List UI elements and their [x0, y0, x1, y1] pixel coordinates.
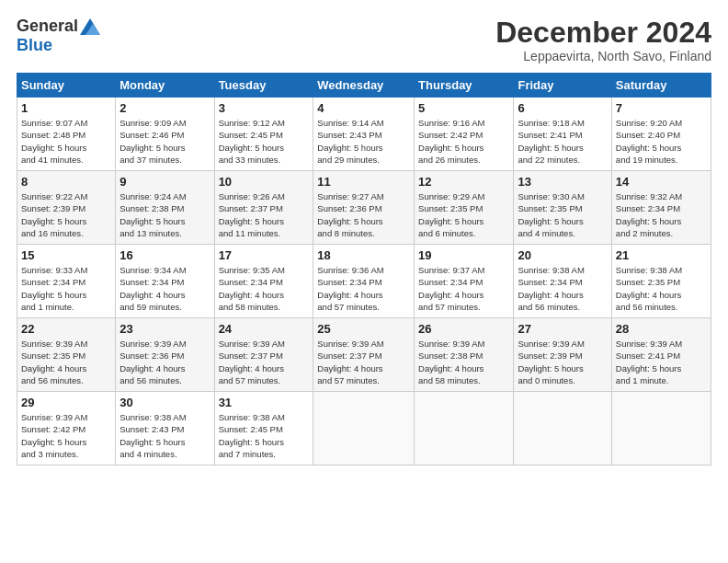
page-header: General Blue December 2024 Leppaevirta, …: [17, 17, 711, 63]
day-info: Sunrise: 9:39 AM Sunset: 2:37 PM Dayligh…: [317, 338, 410, 386]
day-info: Sunrise: 9:09 AM Sunset: 2:46 PM Dayligh…: [119, 117, 210, 166]
day-info: Sunrise: 9:16 AM Sunset: 2:42 PM Dayligh…: [418, 117, 509, 166]
day-number: 12: [418, 175, 509, 189]
calendar-week-row: 1Sunrise: 9:07 AM Sunset: 2:48 PM Daylig…: [17, 98, 711, 171]
day-number: 22: [21, 322, 111, 336]
calendar-week-row: 29Sunrise: 9:39 AM Sunset: 2:42 PM Dayli…: [17, 392, 711, 465]
day-number: 6: [518, 101, 607, 115]
table-row: 6Sunrise: 9:18 AM Sunset: 2:41 PM Daylig…: [514, 98, 611, 171]
table-row: 8Sunrise: 9:22 AM Sunset: 2:39 PM Daylig…: [17, 171, 116, 245]
day-info: Sunrise: 9:39 AM Sunset: 2:37 PM Dayligh…: [219, 338, 310, 386]
table-row: 17Sunrise: 9:35 AM Sunset: 2:34 PM Dayli…: [214, 245, 313, 318]
day-number: 24: [219, 322, 310, 336]
calendar-page: General Blue December 2024 Leppaevirta, …: [0, 0, 728, 563]
day-info: Sunrise: 9:33 AM Sunset: 2:34 PM Dayligh…: [21, 264, 111, 313]
day-info: Sunrise: 9:39 AM Sunset: 2:42 PM Dayligh…: [21, 411, 111, 460]
day-number: 1: [21, 101, 111, 115]
day-number: 13: [518, 175, 607, 189]
day-number: 19: [418, 248, 509, 262]
day-number: 11: [317, 175, 410, 189]
day-info: Sunrise: 9:38 AM Sunset: 2:35 PM Dayligh…: [616, 264, 707, 313]
table-row: 21Sunrise: 9:38 AM Sunset: 2:35 PM Dayli…: [611, 245, 711, 318]
title-area: December 2024 Leppaevirta, North Savo, F…: [495, 17, 711, 63]
table-row: [313, 392, 415, 465]
day-info: Sunrise: 9:07 AM Sunset: 2:48 PM Dayligh…: [21, 117, 111, 166]
day-info: Sunrise: 9:18 AM Sunset: 2:41 PM Dayligh…: [518, 117, 607, 166]
day-info: Sunrise: 9:29 AM Sunset: 2:35 PM Dayligh…: [418, 190, 509, 239]
table-row: 9Sunrise: 9:24 AM Sunset: 2:38 PM Daylig…: [116, 171, 214, 245]
day-number: 25: [317, 322, 410, 336]
day-info: Sunrise: 9:30 AM Sunset: 2:35 PM Dayligh…: [518, 190, 607, 239]
calendar-week-row: 15Sunrise: 9:33 AM Sunset: 2:34 PM Dayli…: [17, 245, 711, 318]
day-info: Sunrise: 9:24 AM Sunset: 2:38 PM Dayligh…: [119, 190, 210, 239]
day-number: 18: [317, 248, 410, 262]
col-monday: Monday: [116, 74, 214, 98]
table-row: 30Sunrise: 9:38 AM Sunset: 2:43 PM Dayli…: [116, 392, 214, 465]
day-number: 17: [219, 248, 310, 262]
table-row: 5Sunrise: 9:16 AM Sunset: 2:42 PM Daylig…: [415, 98, 514, 171]
day-number: 2: [119, 101, 210, 115]
col-tuesday: Tuesday: [214, 74, 313, 98]
table-row: 15Sunrise: 9:33 AM Sunset: 2:34 PM Dayli…: [17, 245, 116, 318]
day-number: 4: [317, 101, 410, 115]
col-friday: Friday: [514, 74, 611, 98]
day-info: Sunrise: 9:39 AM Sunset: 2:41 PM Dayligh…: [616, 338, 707, 386]
day-number: 23: [119, 322, 210, 336]
day-number: 30: [119, 396, 210, 409]
calendar-week-row: 8Sunrise: 9:22 AM Sunset: 2:39 PM Daylig…: [17, 171, 711, 245]
calendar-header-row: Sunday Monday Tuesday Wednesday Thursday…: [17, 74, 711, 98]
day-info: Sunrise: 9:39 AM Sunset: 2:36 PM Dayligh…: [119, 338, 210, 386]
day-number: 10: [219, 175, 310, 189]
day-number: 5: [418, 101, 509, 115]
day-info: Sunrise: 9:38 AM Sunset: 2:45 PM Dayligh…: [219, 411, 310, 460]
col-sunday: Sunday: [17, 74, 116, 98]
table-row: 19Sunrise: 9:37 AM Sunset: 2:34 PM Dayli…: [415, 245, 514, 318]
day-number: 21: [616, 248, 707, 262]
day-info: Sunrise: 9:14 AM Sunset: 2:43 PM Dayligh…: [317, 117, 410, 166]
table-row: 31Sunrise: 9:38 AM Sunset: 2:45 PM Dayli…: [214, 392, 313, 465]
table-row: 3Sunrise: 9:12 AM Sunset: 2:45 PM Daylig…: [214, 98, 313, 171]
day-info: Sunrise: 9:39 AM Sunset: 2:35 PM Dayligh…: [21, 338, 111, 386]
day-number: 16: [119, 248, 210, 262]
day-number: 28: [616, 322, 707, 336]
day-number: 20: [518, 248, 607, 262]
day-info: Sunrise: 9:38 AM Sunset: 2:34 PM Dayligh…: [518, 264, 607, 313]
logo-blue: Blue: [17, 36, 52, 55]
table-row: 16Sunrise: 9:34 AM Sunset: 2:34 PM Dayli…: [116, 245, 214, 318]
table-row: [514, 392, 611, 465]
table-row: [611, 392, 711, 465]
col-saturday: Saturday: [611, 74, 711, 98]
calendar-week-row: 22Sunrise: 9:39 AM Sunset: 2:35 PM Dayli…: [17, 318, 711, 392]
table-row: 14Sunrise: 9:32 AM Sunset: 2:34 PM Dayli…: [611, 171, 711, 245]
table-row: 1Sunrise: 9:07 AM Sunset: 2:48 PM Daylig…: [17, 98, 116, 171]
table-row: 4Sunrise: 9:14 AM Sunset: 2:43 PM Daylig…: [313, 98, 415, 171]
day-number: 14: [616, 175, 707, 189]
table-row: 23Sunrise: 9:39 AM Sunset: 2:36 PM Dayli…: [116, 318, 214, 392]
table-row: 26Sunrise: 9:39 AM Sunset: 2:38 PM Dayli…: [415, 318, 514, 392]
table-row: 24Sunrise: 9:39 AM Sunset: 2:37 PM Dayli…: [214, 318, 313, 392]
day-number: 26: [418, 322, 509, 336]
day-number: 3: [219, 101, 310, 115]
col-wednesday: Wednesday: [313, 74, 415, 98]
logo-icon: [80, 18, 100, 35]
day-number: 27: [518, 322, 607, 336]
table-row: 13Sunrise: 9:30 AM Sunset: 2:35 PM Dayli…: [514, 171, 611, 245]
day-info: Sunrise: 9:20 AM Sunset: 2:40 PM Dayligh…: [616, 117, 707, 166]
table-row: 29Sunrise: 9:39 AM Sunset: 2:42 PM Dayli…: [17, 392, 116, 465]
location-subtitle: Leppaevirta, North Savo, Finland: [495, 49, 711, 63]
day-info: Sunrise: 9:27 AM Sunset: 2:36 PM Dayligh…: [317, 190, 410, 239]
day-info: Sunrise: 9:32 AM Sunset: 2:34 PM Dayligh…: [616, 190, 707, 239]
logo: General Blue: [17, 17, 100, 55]
day-number: 29: [21, 396, 111, 409]
day-number: 8: [21, 175, 111, 189]
day-info: Sunrise: 9:34 AM Sunset: 2:34 PM Dayligh…: [119, 264, 210, 313]
day-number: 31: [219, 396, 310, 409]
table-row: 28Sunrise: 9:39 AM Sunset: 2:41 PM Dayli…: [611, 318, 711, 392]
table-row: 2Sunrise: 9:09 AM Sunset: 2:46 PM Daylig…: [116, 98, 214, 171]
day-number: 9: [119, 175, 210, 189]
table-row: 18Sunrise: 9:36 AM Sunset: 2:34 PM Dayli…: [313, 245, 415, 318]
day-info: Sunrise: 9:38 AM Sunset: 2:43 PM Dayligh…: [119, 411, 210, 460]
day-info: Sunrise: 9:22 AM Sunset: 2:39 PM Dayligh…: [21, 190, 111, 239]
calendar-table: Sunday Monday Tuesday Wednesday Thursday…: [17, 73, 711, 465]
logo-general: General: [17, 17, 78, 36]
